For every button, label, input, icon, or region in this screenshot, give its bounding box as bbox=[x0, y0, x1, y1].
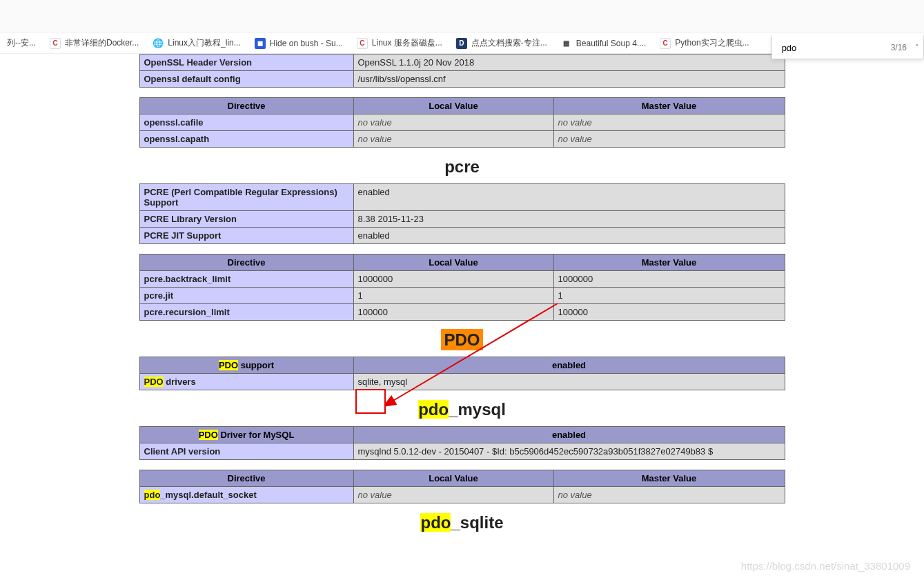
col-header: Directive bbox=[139, 254, 353, 271]
csdn-icon: C bbox=[50, 38, 61, 49]
pdo-table: PDO support enabled PDO drivers sqlite, … bbox=[139, 357, 785, 390]
pdo-mysql-heading: pdo_mysql bbox=[139, 400, 785, 419]
openssl-directives-table: Directive Local Value Master Value opens… bbox=[139, 97, 785, 148]
browser-chrome-spacer bbox=[0, 0, 924, 33]
pdo-mysql-table: PDO Driver for MySQL enabled Client API … bbox=[139, 426, 785, 460]
cell-val: OpenSSL 1.1.0j 20 Nov 2018 bbox=[353, 54, 785, 71]
table-header-row: Directive Local Value Master Value bbox=[139, 254, 785, 271]
pcre-directives-table: Directive Local Value Master Value pcre.… bbox=[139, 254, 785, 321]
table-row: OpenSSL Header VersionOpenSSL 1.1.0j 20 … bbox=[139, 54, 785, 71]
table-row: PDO drivers sqlite, mysql bbox=[139, 374, 785, 390]
pdo-mysql-directives-table: Directive Local Value Master Value pdo_m… bbox=[139, 470, 785, 503]
blue-icon: ◼ bbox=[255, 38, 266, 49]
d-icon: D bbox=[456, 38, 467, 49]
table-row: pcre.backtrack_limit10000001000000 bbox=[139, 271, 785, 288]
globe-icon: 🌐 bbox=[153, 38, 164, 49]
bookmark-3[interactable]: ◼Hide on bush - Su... bbox=[248, 33, 350, 54]
col-header: Master Value bbox=[553, 470, 785, 487]
cell-val: /usr/lib/ssl/openssl.cnf bbox=[353, 71, 785, 88]
table-row: openssl.cafileno valueno value bbox=[139, 114, 785, 131]
watermark: https://blog.csdn.net/sinat_33801009 bbox=[741, 560, 910, 572]
table-header-row: PDO support enabled bbox=[139, 357, 785, 374]
find-prev-button[interactable]: ˄ bbox=[914, 43, 921, 52]
pcre-info-table: PCRE (Perl Compatible Regular Expression… bbox=[139, 183, 785, 244]
col-header: Master Value bbox=[553, 98, 785, 114]
table-header-row: Directive Local Value Master Value bbox=[139, 98, 785, 114]
cell-key: Openssl default config bbox=[139, 71, 353, 88]
pdo-heading: PDO bbox=[139, 330, 785, 350]
bookmark-7[interactable]: CPython实习之爬虫... bbox=[653, 33, 756, 54]
csdn-icon: C bbox=[357, 38, 368, 49]
col-header: Master Value bbox=[553, 254, 785, 271]
table-row: Openssl default config/usr/lib/ssl/opens… bbox=[139, 71, 785, 88]
table-row: PCRE Library Version8.38 2015-11-23 bbox=[139, 211, 785, 228]
find-in-page-bar: 3/16 ˄ bbox=[771, 34, 924, 59]
find-input[interactable] bbox=[780, 42, 884, 54]
bookmark-1[interactable]: C非常详细的Docker... bbox=[43, 33, 146, 54]
bookmark-4[interactable]: CLinux 服务器磁盘... bbox=[350, 33, 449, 54]
openssl-info-table: OpenSSL Header VersionOpenSSL 1.1.0j 20 … bbox=[139, 54, 785, 88]
col-header: Directive bbox=[139, 98, 353, 114]
table-row: pcre.jit11 bbox=[139, 288, 785, 304]
csdn-icon: C bbox=[660, 38, 671, 49]
col-header: enabled bbox=[353, 357, 785, 374]
table-row: PCRE (Perl Compatible Regular Expression… bbox=[139, 184, 785, 211]
col-header: Directive bbox=[139, 470, 353, 487]
bs-icon: ▦ bbox=[561, 38, 572, 49]
table-header-row: Directive Local Value Master Value bbox=[139, 470, 785, 487]
table-row: pdo_mysql.default_socket no value no val… bbox=[139, 487, 785, 503]
bookmark-0[interactable]: 列--安... bbox=[0, 33, 43, 54]
phpinfo-content: OpenSSL Header VersionOpenSSL 1.1.0j 20 … bbox=[139, 54, 785, 532]
pdo-sqlite-heading: pdo_sqlite bbox=[139, 513, 785, 532]
pdo-drivers-cell: sqlite, mysql bbox=[353, 374, 785, 390]
col-header: enabled bbox=[353, 427, 785, 443]
table-row: openssl.capathno valueno value bbox=[139, 131, 785, 148]
col-header: Local Value bbox=[353, 98, 553, 114]
table-row: Client API versionmysqlnd 5.0.12-dev - 2… bbox=[139, 443, 785, 460]
bookmark-2[interactable]: 🌐Linux入门教程_lin... bbox=[146, 33, 247, 54]
find-count: 3/16 bbox=[891, 43, 907, 52]
table-row: pcre.recursion_limit100000100000 bbox=[139, 304, 785, 321]
col-header: Local Value bbox=[353, 254, 553, 271]
col-header: Local Value bbox=[353, 470, 553, 487]
cell-key: OpenSSL Header Version bbox=[139, 54, 353, 71]
col-header: PDO Driver for MySQL bbox=[139, 427, 353, 443]
col-header: PDO support bbox=[139, 357, 353, 374]
bookmark-5[interactable]: D点点文档搜索-专注... bbox=[449, 33, 554, 54]
table-header-row: PDO Driver for MySQL enabled bbox=[139, 427, 785, 443]
bookmark-6[interactable]: ▦Beautiful Soup 4.... bbox=[554, 33, 653, 54]
table-row: PCRE JIT Supportenabled bbox=[139, 228, 785, 244]
pcre-heading: pcre bbox=[139, 157, 785, 177]
